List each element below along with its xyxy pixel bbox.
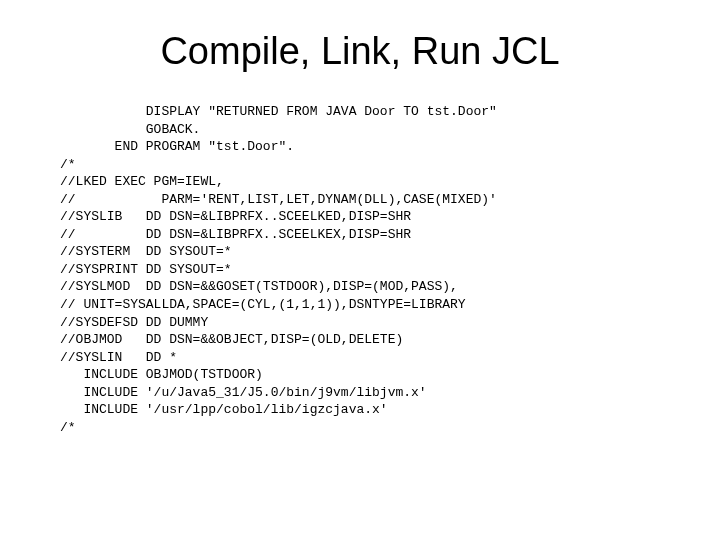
slide-title: Compile, Link, Run JCL bbox=[40, 30, 680, 73]
code-block: DISPLAY "RETURNED FROM JAVA Door TO tst.… bbox=[60, 103, 680, 436]
slide: Compile, Link, Run JCL DISPLAY "RETURNED… bbox=[0, 0, 720, 540]
